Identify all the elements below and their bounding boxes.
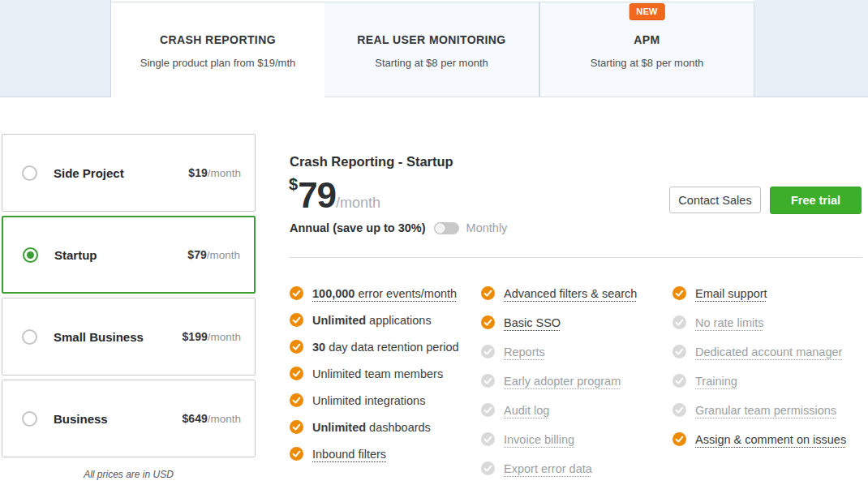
feature-label-unlimited-team-members: Unlimited team members (312, 366, 443, 382)
check-icon (481, 315, 495, 329)
plan-price: $79/month (187, 248, 240, 261)
check-icon (672, 432, 686, 446)
free-trial-button[interactable]: Free trial (770, 187, 862, 214)
feature-item: No rate limits (672, 315, 868, 331)
monthly-label: Monthly (466, 221, 508, 234)
feature-item: Unlimited dashboards (290, 419, 481, 436)
feature-item: 30 day data retention period (290, 339, 481, 355)
feature-label-assign-comment-on-issues[interactable]: Assign & comment on issues (695, 431, 846, 448)
tab-subtitle: Starting at $8 per month (540, 57, 754, 69)
feature-item: Early adopter program (481, 373, 672, 389)
check-icon (290, 420, 303, 434)
feature-item: Unlimited integrations (290, 393, 481, 409)
plan-radio[interactable] (22, 165, 37, 181)
feature-label-training[interactable]: Training (695, 373, 737, 389)
plan-card-startup[interactable]: Startup$79/month (2, 216, 256, 294)
plan-price: $649/month (183, 412, 241, 425)
tabbar-spacer-left (0, 0, 111, 97)
feature-item: Email support (672, 285, 868, 302)
feature-label-invoice-billing[interactable]: Invoice billing (504, 431, 574, 448)
feature-item: Export error data (481, 461, 672, 477)
feature-label-advanced-filters-search[interactable]: Advanced filters & search (504, 285, 637, 302)
feature-label-unlimited-applications: Unlimited applications (312, 312, 432, 328)
section-divider (290, 257, 862, 258)
feature-column: Email supportNo rate limitsDedicated acc… (672, 285, 868, 485)
tab-title: CRASH REPORTING (111, 33, 324, 46)
feature-label-audit-log[interactable]: Audit log (504, 402, 549, 418)
check-icon (290, 340, 303, 354)
toggle-knob (435, 223, 445, 234)
feature-label-reports[interactable]: Reports (504, 344, 545, 360)
tab-subtitle: Single product plan from $19/mth (111, 57, 324, 69)
feature-column: 100,000 error events/monthUnlimited appl… (290, 285, 481, 485)
plan-name: Startup (54, 248, 97, 262)
feature-label-unlimited-dashboards: Unlimited dashboards (312, 419, 431, 436)
feature-label-email-support[interactable]: Email support (695, 285, 767, 302)
plan-name: Business (54, 412, 108, 426)
check-icon (290, 393, 303, 407)
feature-column: Advanced filters & searchBasic SSOReport… (481, 285, 672, 485)
feature-item: Dedicated account manager (672, 344, 868, 360)
annual-label: Annual (save up to 30%) (290, 221, 426, 234)
plan-radio[interactable] (22, 411, 37, 427)
page-title: Crash Reporting - Startup (290, 154, 453, 170)
currency-symbol: $ (289, 175, 298, 193)
feature-label-dedicated-account-manager[interactable]: Dedicated account manager (695, 344, 842, 360)
feature-item: Granular team permissions (672, 402, 868, 418)
feature-label-basic-sso[interactable]: Basic SSO (504, 315, 561, 331)
feature-item: Reports (481, 344, 672, 360)
feature-label-early-adopter-program[interactable]: Early adopter program (504, 373, 621, 389)
check-icon-disabled (672, 374, 686, 388)
plan-radio[interactable] (22, 329, 37, 345)
new-badge: NEW (629, 3, 665, 20)
plan-radio[interactable] (23, 247, 38, 263)
product-tabbar: CRASH REPORTINGSingle product plan from … (0, 0, 868, 98)
plan-card-side-project[interactable]: Side Project$19/month (2, 134, 256, 212)
check-icon (672, 286, 686, 300)
feature-label-unlimited-integrations: Unlimited integrations (312, 393, 425, 409)
plan-name: Small Business (54, 330, 144, 344)
plan-price: $199/month (183, 330, 241, 343)
check-icon-disabled (672, 315, 686, 329)
feature-label-100-000-error-events-month[interactable]: 100,000 error events/month (312, 285, 457, 302)
plan-card-business[interactable]: Business$649/month (2, 380, 256, 457)
tab-apm[interactable]: NEWAPMStarting at $8 per month (539, 2, 754, 97)
feature-item: Training (672, 373, 868, 389)
tab-title: REAL USER MONITORING (324, 33, 539, 46)
price-amount: 79 (298, 175, 336, 215)
check-icon (481, 286, 495, 300)
feature-item: Unlimited applications (290, 312, 481, 328)
feature-label-inbound-filters[interactable]: Inbound filters (312, 446, 386, 462)
check-icon-disabled (481, 345, 495, 358)
feature-item: Invoice billing (481, 431, 672, 448)
feature-item: Unlimited team members (290, 366, 481, 382)
check-icon-disabled (481, 432, 495, 446)
plan-price: $19/month (188, 166, 241, 179)
check-icon-disabled (481, 374, 495, 388)
feature-item: 100,000 error events/month (290, 285, 481, 302)
feature-item: Advanced filters & search (481, 285, 672, 302)
pricing-page: CRASH REPORTINGSingle product plan from … (0, 0, 868, 485)
feature-item: Inbound filters (290, 446, 481, 462)
price-period: /month (336, 195, 380, 211)
billing-period-row: Annual (save up to 30%) Monthly (290, 221, 507, 234)
check-icon-disabled (481, 461, 495, 475)
check-icon-disabled (481, 403, 495, 417)
check-icon-disabled (672, 345, 686, 358)
plan-card-small-business[interactable]: Small Business$199/month (2, 298, 256, 376)
check-icon (290, 447, 303, 461)
check-icon (290, 367, 303, 380)
feature-item: Basic SSO (481, 315, 672, 331)
billing-toggle[interactable] (434, 222, 459, 234)
contact-sales-button[interactable]: Contact Sales (669, 187, 761, 213)
feature-label-granular-team-permissions[interactable]: Granular team permissions (695, 402, 836, 418)
tab-real-user-monitoring[interactable]: REAL USER MONITORINGStarting at $8 per m… (324, 2, 539, 97)
currency-footnote: All prices are in USD (2, 469, 256, 480)
feature-label-no-rate-limits[interactable]: No rate limits (695, 315, 764, 331)
feature-label-export-error-data[interactable]: Export error data (504, 461, 592, 477)
tab-title: APM (540, 33, 754, 46)
tab-crash-reporting[interactable]: CRASH REPORTINGSingle product plan from … (111, 2, 324, 97)
check-icon (290, 313, 303, 327)
check-icon-disabled (672, 403, 686, 417)
feature-list: 100,000 error events/monthUnlimited appl… (290, 285, 868, 485)
